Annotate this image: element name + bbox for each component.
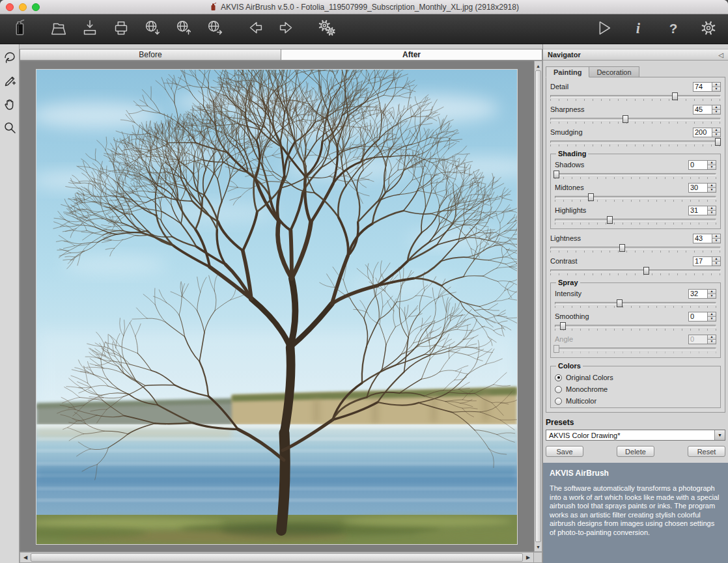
angle-slider[interactable] <box>555 345 716 353</box>
contrast-spinbox[interactable]: 17▲▼ <box>693 256 721 266</box>
batch-processing-button[interactable] <box>316 18 337 40</box>
radio-original-colors-icon[interactable] <box>555 374 562 381</box>
radio-option-multicolor[interactable]: Multicolor <box>555 395 716 407</box>
intensity-slider-thumb[interactable] <box>617 299 623 307</box>
shadows-decrement-button[interactable]: ▼ <box>708 165 716 169</box>
delete-preset-button[interactable]: Delete <box>617 446 654 457</box>
zoom-tool-button[interactable] <box>2 121 18 137</box>
help-button[interactable]: ? <box>663 18 684 40</box>
lightness-spinbox[interactable]: 43▲▼ <box>693 234 721 243</box>
view-tab-before[interactable]: Before <box>20 49 281 61</box>
midtones-value[interactable]: 30 <box>688 183 708 193</box>
smoothing-spinbox[interactable]: 0▲▼ <box>688 312 716 322</box>
save-image-button[interactable] <box>79 18 100 40</box>
midtones-slider-thumb[interactable] <box>588 193 594 201</box>
lightness-value[interactable]: 43 <box>693 234 712 243</box>
smoothing-decrement-button[interactable]: ▼ <box>708 316 716 321</box>
smudging-slider[interactable] <box>550 138 721 146</box>
contrast-slider-thumb[interactable] <box>643 267 649 275</box>
close-button[interactable] <box>6 3 14 11</box>
lightness-slider[interactable] <box>550 244 721 253</box>
smoothing-value[interactable]: 0 <box>688 312 708 322</box>
highlights-decrement-button[interactable]: ▼ <box>708 210 716 215</box>
redo-button[interactable] <box>276 18 297 40</box>
contrast-value[interactable]: 17 <box>693 256 712 266</box>
midtones-slider[interactable] <box>555 193 716 202</box>
settings-tab-painting[interactable]: Painting <box>546 66 589 77</box>
vertical-scrollbar-thumb[interactable] <box>535 70 541 542</box>
navigator-collapse-icon[interactable]: ◁ <box>718 51 723 59</box>
open-image-button[interactable] <box>48 18 69 40</box>
run-button[interactable] <box>593 18 613 40</box>
scroll-right-icon[interactable]: ▶ <box>523 553 533 562</box>
about-button[interactable]: i <box>628 18 649 40</box>
sharpness-value[interactable]: 45 <box>693 105 712 115</box>
vertical-scrollbar[interactable]: ▲ ▼ <box>534 61 542 552</box>
highlights-slider[interactable] <box>555 216 716 225</box>
lightness-decrement-button[interactable]: ▼ <box>712 238 720 243</box>
detail-value[interactable]: 74 <box>693 82 712 92</box>
scroll-up-icon[interactable]: ▲ <box>535 61 542 70</box>
intensity-value[interactable]: 32 <box>688 289 708 299</box>
scroll-down-icon[interactable]: ▼ <box>535 542 542 551</box>
highlights-spinbox[interactable]: 31▲▼ <box>688 206 716 215</box>
shadows-value[interactable]: 0 <box>688 160 708 170</box>
sharpness-spinbox[interactable]: 45▲▼ <box>693 105 721 115</box>
effect-brush-tool-button[interactable] <box>2 74 18 90</box>
radio-monochrome-icon[interactable] <box>555 386 562 393</box>
smudging-slider-thumb[interactable] <box>715 138 721 146</box>
smoothing-slider-thumb[interactable] <box>560 322 566 330</box>
quick-selection-tool-button[interactable] <box>2 51 18 66</box>
angle-slider-thumb[interactable] <box>553 345 559 353</box>
contrast-slider[interactable] <box>550 267 721 275</box>
intensity-decrement-button[interactable]: ▼ <box>708 294 716 298</box>
highlights-value[interactable]: 31 <box>688 206 708 215</box>
radio-multicolor-icon[interactable] <box>555 398 562 405</box>
view-tab-after[interactable]: After <box>281 49 542 61</box>
highlights-slider-thumb[interactable] <box>607 216 613 224</box>
intensity-spinbox[interactable]: 32▲▼ <box>688 289 716 299</box>
presets-dropdown[interactable]: AKVIS Color Drawing* ▼ <box>546 430 725 441</box>
sharpness-slider[interactable] <box>550 115 721 124</box>
smudging-decrement-button[interactable]: ▼ <box>712 132 720 137</box>
undo-button[interactable] <box>245 18 266 40</box>
horizontal-scrollbar-thumb[interactable] <box>31 553 523 562</box>
shadows-slider-thumb[interactable] <box>553 171 559 178</box>
smudging-value[interactable]: 200 <box>693 128 712 137</box>
export-to-web-button[interactable] <box>204 18 225 40</box>
shadows-slider[interactable] <box>555 171 716 179</box>
radio-option-original-colors[interactable]: Original Colors <box>555 372 716 383</box>
detail-slider-thumb[interactable] <box>672 92 678 100</box>
settings-tab-decoration[interactable]: Decoration <box>589 66 639 77</box>
contrast-decrement-button[interactable]: ▼ <box>712 261 720 266</box>
presets-dropdown-value[interactable]: AKVIS Color Drawing* <box>546 430 714 440</box>
sharpness-slider-thumb[interactable] <box>623 115 628 123</box>
scroll-left-icon[interactable]: ◀ <box>20 553 31 562</box>
midtones-spinbox[interactable]: 30▲▼ <box>688 183 716 193</box>
angle-spinbox[interactable]: 0▲▼ <box>688 335 716 344</box>
image-canvas[interactable] <box>20 61 534 552</box>
print-image-button[interactable] <box>111 18 132 40</box>
dropdown-arrow-icon[interactable]: ▼ <box>714 430 725 440</box>
preferences-button[interactable] <box>698 18 719 40</box>
radio-option-monochrome[interactable]: Monochrome <box>555 383 716 395</box>
sharpness-decrement-button[interactable]: ▼ <box>712 109 720 114</box>
result-image[interactable] <box>36 69 518 545</box>
shadows-spinbox[interactable]: 0▲▼ <box>688 160 716 170</box>
intensity-slider[interactable] <box>555 299 716 308</box>
detail-spinbox[interactable]: 74▲▼ <box>693 82 721 92</box>
detail-decrement-button[interactable]: ▼ <box>712 87 720 91</box>
import-from-web-button[interactable] <box>142 18 163 40</box>
smudging-spinbox[interactable]: 200▲▼ <box>693 128 721 137</box>
hand-tool-button[interactable] <box>2 98 18 113</box>
save-preset-button[interactable]: Save <box>546 446 583 457</box>
midtones-decrement-button[interactable]: ▼ <box>708 187 716 192</box>
minimize-button[interactable] <box>19 3 27 11</box>
angle-value[interactable]: 0 <box>688 335 708 344</box>
zoom-window-button[interactable] <box>32 3 40 11</box>
post-to-web-button[interactable] <box>173 18 194 40</box>
lightness-slider-thumb[interactable] <box>619 244 625 252</box>
horizontal-scrollbar[interactable]: ◀ ▶ <box>20 552 534 563</box>
smoothing-slider[interactable] <box>555 322 716 331</box>
detail-slider[interactable] <box>550 92 721 101</box>
